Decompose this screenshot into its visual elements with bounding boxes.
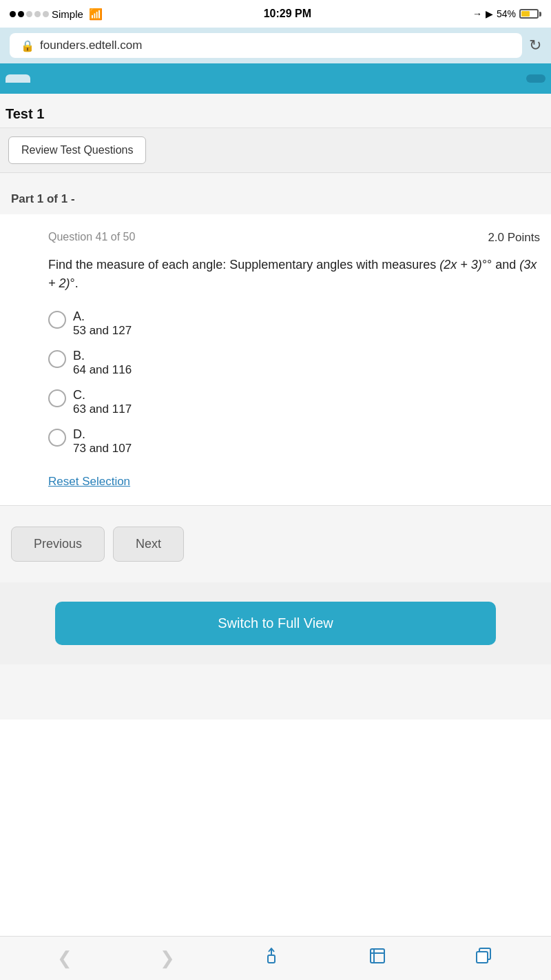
radio-b[interactable] [48,350,66,368]
question-text-pre: Find the measure of each angle: Suppleme… [48,258,439,272]
question-text: Find the measure of each angle: Suppleme… [48,256,540,293]
choice-c-content: C. 63 and 117 [73,388,132,416]
question-area: Question 41 of 50 2.0 Points Find the me… [0,214,551,505]
browser-url-bar[interactable]: 🔒 founders.edtell.com [10,33,522,58]
status-right: → ▶ 54% [472,8,541,19]
carrier-name: Simple [52,8,83,20]
location-icon: → [472,8,482,19]
status-time: 10:29 PM [264,8,311,20]
choice-b-value: 64 and 116 [73,363,132,377]
choice-b[interactable]: B. 64 and 116 [48,349,540,377]
choice-c-letter: C. [73,388,132,402]
dot1 [10,11,16,17]
question-math-expr1: (2x + 3) [439,258,482,272]
choice-b-letter: B. [73,349,132,363]
dot3 [26,11,32,17]
tabs-icon[interactable] [475,946,494,970]
choice-d-content: D. 73 and 107 [73,427,132,456]
dot5 [43,11,49,17]
next-button[interactable]: Next [113,527,184,562]
svg-rect-0 [268,955,275,963]
reset-selection-link[interactable]: Reset Selection [48,475,130,489]
status-bar: Simple 📶 10:29 PM → ▶ 54% [0,0,551,28]
back-icon[interactable]: ❮ [57,948,72,969]
battery-fill [521,11,530,17]
wifi-icon: 📶 [89,8,103,21]
nav-tab-right[interactable] [526,74,545,83]
choice-d-letter: D. [73,427,132,442]
question-points: 2.0 Points [488,231,540,245]
part-label: Part 1 of 1 - [11,192,75,205]
refresh-button[interactable]: ↻ [529,37,541,54]
bottom-spacer [0,664,551,719]
dot4 [34,11,41,17]
review-bar: Review Test Questions [0,128,551,173]
choice-d[interactable]: D. 73 and 107 [48,427,540,456]
test-title-bar: Test 1 [0,94,551,128]
nav-strip [0,63,551,94]
svg-rect-6 [477,952,488,963]
degree-symbol-2: °. [70,276,79,290]
battery-tip [539,12,541,17]
nav-buttons: Previous Next [0,505,551,582]
bluetooth-icon: ▶ [486,8,493,19]
choice-c[interactable]: C. 63 and 117 [48,388,540,416]
switch-to-full-view-button[interactable]: Switch to Full View [55,602,496,645]
question-text-mid: ° and [487,258,519,272]
share-icon[interactable] [262,946,281,970]
choice-a-content: A. 53 and 127 [73,309,132,338]
radio-c[interactable] [48,389,66,407]
browser-bar: 🔒 founders.edtell.com ↻ [0,28,551,63]
battery-body [519,9,539,19]
bookmarks-icon[interactable] [368,946,387,970]
battery-icon [519,9,541,19]
previous-button[interactable]: Previous [11,527,105,562]
url-text: founders.edtell.com [40,39,142,52]
degree-symbol-1: ° [482,258,487,272]
choice-a[interactable]: A. 53 and 127 [48,309,540,338]
battery-percent: 54% [497,8,516,19]
choice-a-value: 53 and 127 [73,324,132,338]
question-number: Question 41 of 50 [48,231,135,243]
signal-dots [10,11,49,17]
test-title: Test 1 [6,106,44,121]
question-header: Question 41 of 50 2.0 Points [48,231,540,245]
status-left: Simple 📶 [10,8,103,21]
review-test-questions-button[interactable]: Review Test Questions [8,136,146,164]
svg-rect-2 [371,949,384,963]
bottom-browser-nav: ❮ ❯ [0,936,551,980]
choice-c-value: 63 and 117 [73,402,132,416]
choice-b-content: B. 64 and 116 [73,349,132,377]
nav-tab-left[interactable] [6,74,30,83]
choice-d-value: 73 and 107 [73,442,132,456]
dot2 [18,11,24,17]
main-content: Test 1 Review Test Questions Part 1 of 1… [0,94,551,719]
choice-a-letter: A. [73,309,132,324]
radio-d[interactable] [48,429,66,447]
radio-a[interactable] [48,311,66,329]
lock-icon: 🔒 [21,39,34,52]
part-label-area: Part 1 of 1 - [0,173,551,214]
forward-icon[interactable]: ❯ [160,948,175,969]
full-view-area: Switch to Full View [0,582,551,664]
